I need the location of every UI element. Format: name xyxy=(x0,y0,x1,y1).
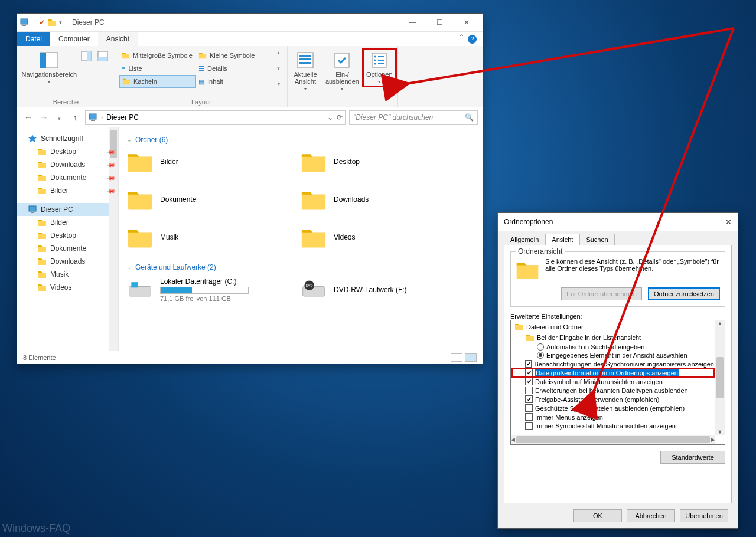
tree-qa-pictures[interactable]: Bilder📌 xyxy=(17,184,118,197)
maximize-button[interactable]: ☐ xyxy=(426,14,453,31)
dlg-tab-view[interactable]: Ansicht xyxy=(545,234,579,245)
ribbon: Navigationsbereich ▾ Bereiche Mittelgroß… xyxy=(17,46,483,107)
window-title: Dieser PC xyxy=(72,18,105,27)
folder-view-group: Ordneransicht Sie können diese Ansicht (… xyxy=(510,251,725,307)
apply-button[interactable]: Übernehmen xyxy=(680,509,728,522)
svg-point-15 xyxy=(374,60,376,61)
app-icon xyxy=(19,18,29,27)
layout-medium[interactable]: Mittelgroße Symbole xyxy=(119,49,196,62)
search-icon: 🔍 xyxy=(465,113,474,122)
tab-file[interactable]: Datei xyxy=(17,32,50,46)
back-button[interactable]: ← xyxy=(22,113,35,122)
up-button[interactable]: ↑ xyxy=(69,113,82,122)
content-area[interactable]: ⌄Ordner (6) Bilder Desktop Dokumente Dow… xyxy=(119,127,483,351)
refresh-icon[interactable]: ⟳ xyxy=(337,113,343,122)
details-pane-button[interactable] xyxy=(94,48,111,64)
view-tiles-icon[interactable] xyxy=(465,353,477,362)
dlg-tab-general[interactable]: Allgemein xyxy=(504,234,545,245)
defaults-button[interactable]: Standardwerte xyxy=(660,451,725,464)
tree-pc-pictures[interactable]: Bilder xyxy=(17,216,118,229)
ok-button[interactable]: OK xyxy=(573,509,622,522)
nav-pane-button[interactable]: Navigationsbereich ▾ xyxy=(21,48,77,87)
folder-bilder[interactable]: Bilder xyxy=(127,150,301,173)
advanced-label: Erweiterte Einstellungen: xyxy=(510,313,725,320)
nav-row: ← → ▾ ↑ › Dieser PC ⌄⟳ "Dieser PC" durch… xyxy=(17,107,483,127)
svg-rect-18 xyxy=(131,282,138,287)
adv-hscroll[interactable]: ◀▶ xyxy=(511,435,715,444)
layout-details[interactable]: ☰Details xyxy=(196,62,273,75)
tab-computer[interactable]: Computer xyxy=(50,32,98,46)
qat-folder-icon[interactable] xyxy=(47,18,57,27)
section-drives[interactable]: ⌄Geräte und Laufwerke (2) xyxy=(127,260,474,277)
dialog-titlebar: Ordneroptionen ✕ xyxy=(498,213,738,231)
chk-protected[interactable]: Geschützte Systemdateien ausblenden (emp… xyxy=(512,404,714,412)
folder-view-icon xyxy=(516,258,539,281)
tree-qa-desktop[interactable]: Desktop📌 xyxy=(17,145,118,158)
show-hide-button[interactable]: Ein-/ ausblenden▾ xyxy=(322,48,363,94)
apply-to-folders-button[interactable]: Für Ordner übernehmen xyxy=(561,287,642,300)
tree-quickaccess[interactable]: Schnellzugriff xyxy=(17,132,118,145)
chk-sync[interactable]: ✔Benachrichtigungen des Synchronisierung… xyxy=(512,359,714,368)
chk-sharing[interactable]: ✔Freigabe-Assistent verwenden (empfohlen… xyxy=(512,395,714,404)
layout-small[interactable]: Kleine Symbole xyxy=(196,49,273,62)
tree-thispc[interactable]: Dieser PC xyxy=(17,203,118,216)
svg-rect-5 xyxy=(87,51,91,61)
recent-button[interactable]: ▾ xyxy=(53,116,66,122)
search-placeholder: "Dieser PC" durchsuchen xyxy=(353,113,433,122)
ribbon-tabs: Datei Computer Ansicht ˆ ? xyxy=(17,31,483,46)
chk-sizeinfo[interactable]: ✔Dateigrößeinformationen in Ordnertipps … xyxy=(512,368,714,377)
options-button[interactable]: Optionen▾ xyxy=(363,48,396,87)
drive-local[interactable]: Lokaler Datenträger (C:) 71,1 GB frei vo… xyxy=(127,277,301,302)
layout-gallery[interactable]: Mittelgroße Symbole Kleine Symbole ▲▼▾ ≡… xyxy=(119,48,284,89)
drive-dvd[interactable]: DVD DVD-RW-Laufwerk (F:) xyxy=(301,277,474,302)
nav-tree[interactable]: Schnellzugriff Desktop📌 Downloads📌 Dokum… xyxy=(17,127,119,351)
reset-folders-button[interactable]: Ordner zurücksetzen xyxy=(648,287,720,300)
preview-pane-button[interactable] xyxy=(77,48,94,64)
tree-pc-downloads[interactable]: Downloads xyxy=(17,255,118,268)
radio-auto-search[interactable]: Automatisch in Suchfeld eingeben xyxy=(512,343,714,351)
layout-tiles[interactable]: Kacheln xyxy=(119,75,196,88)
layout-content[interactable]: ▤Inhalt xyxy=(196,75,273,88)
radio-select-typed[interactable]: Eingegebenes Element in der Ansicht ausw… xyxy=(512,351,714,359)
svg-point-14 xyxy=(374,56,376,58)
tree-pc-documents[interactable]: Dokumente xyxy=(17,242,118,255)
layout-list[interactable]: ≡Liste xyxy=(119,62,196,75)
address-text: Dieser PC xyxy=(106,113,139,122)
address-bar[interactable]: › Dieser PC ⌄⟳ xyxy=(85,110,346,125)
dialog-close-button[interactable]: ✕ xyxy=(725,218,732,227)
svg-point-16 xyxy=(374,63,376,65)
folder-desktop[interactable]: Desktop xyxy=(301,150,474,173)
close-button[interactable]: ✕ xyxy=(453,14,480,31)
folder-dokumente[interactable]: Dokumente xyxy=(127,188,301,211)
chk-thumbicon[interactable]: ✔Dateisymbol auf Miniaturansichten anzei… xyxy=(512,377,714,386)
current-view-button[interactable]: Aktuelle Ansicht▾ xyxy=(289,48,322,94)
dlg-tab-search[interactable]: Suchen xyxy=(579,234,614,245)
folder-musik[interactable]: Musik xyxy=(127,225,301,249)
folder-options-dialog: Ordneroptionen ✕ Allgemein Ansicht Suche… xyxy=(497,212,738,529)
cancel-button[interactable]: Abbrechen xyxy=(627,509,675,522)
tree-qa-documents[interactable]: Dokumente📌 xyxy=(17,171,118,184)
adv-vscroll[interactable]: ▲▼ xyxy=(715,320,725,435)
forward-button[interactable]: → xyxy=(37,113,50,122)
view-details-icon[interactable] xyxy=(451,353,462,362)
layout-scroll[interactable]: ▲▼▾ xyxy=(273,49,284,88)
chk-thumbs[interactable]: Immer Symbole statt Miniaturansichten an… xyxy=(512,421,714,430)
tree-pc-music[interactable]: Musik xyxy=(17,268,118,281)
tab-view[interactable]: Ansicht xyxy=(98,32,138,46)
ribbon-collapse-icon[interactable]: ˆ xyxy=(460,34,463,44)
chk-hideext[interactable]: Erweiterungen bei bekannten Dateitypen a… xyxy=(512,386,714,395)
search-box[interactable]: "Dieser PC" durchsuchen 🔍 xyxy=(349,110,478,125)
section-folders[interactable]: ⌄Ordner (6) xyxy=(127,132,474,150)
minimize-button[interactable]: — xyxy=(399,14,426,31)
folder-downloads[interactable]: Downloads xyxy=(301,188,474,211)
tree-qa-downloads[interactable]: Downloads📌 xyxy=(17,158,118,171)
tree-pc-desktop[interactable]: Desktop xyxy=(17,229,118,242)
qat-checkbox-icon[interactable]: ✔ xyxy=(39,18,45,27)
titlebar: ✔ ▾ Dieser PC — ☐ ✕ xyxy=(17,14,483,31)
folder-videos[interactable]: Videos xyxy=(301,225,474,249)
advanced-tree[interactable]: Dateien und Ordner Bei der Eingabe in de… xyxy=(511,320,715,435)
tree-pc-videos[interactable]: Videos xyxy=(17,281,118,294)
address-dropdown-icon[interactable]: ⌄ xyxy=(327,113,333,122)
help-icon[interactable]: ? xyxy=(468,35,477,44)
chk-menus[interactable]: Immer Menüs anzeigen xyxy=(512,412,714,421)
